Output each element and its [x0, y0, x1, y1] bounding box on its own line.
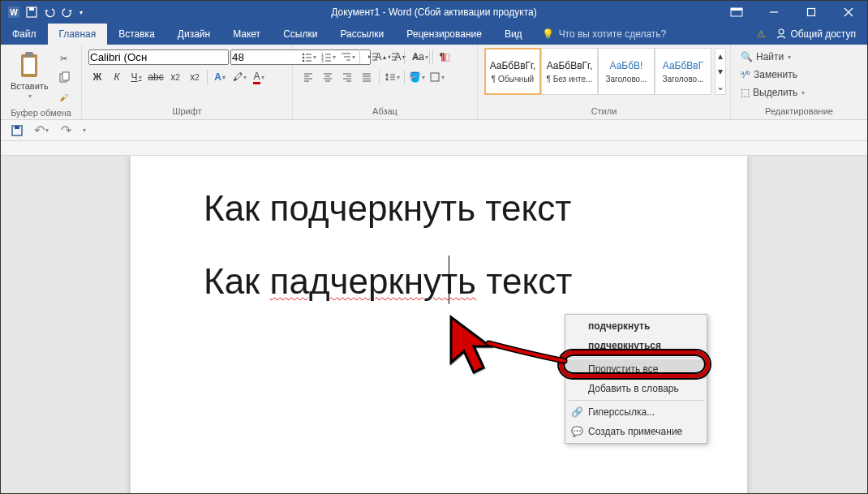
- misspelled-word[interactable]: падчеркнуть: [270, 261, 476, 301]
- justify-button[interactable]: [358, 68, 376, 86]
- comment-icon: 💬: [570, 426, 583, 437]
- close-button[interactable]: [830, 1, 867, 24]
- tab-mailings[interactable]: Рассылки: [329, 24, 395, 45]
- style-gallery[interactable]: АаБбВвГг,¶ Обычный АаБбВвГг,¶ Без инте..…: [484, 48, 711, 95]
- gallery-up-button[interactable]: ▴: [715, 49, 725, 62]
- svg-rect-60: [15, 126, 19, 129]
- gallery-more-button[interactable]: ⌄: [715, 80, 725, 94]
- font-name-combo[interactable]: [88, 49, 229, 65]
- highlight-button[interactable]: 🖍▾: [230, 68, 248, 86]
- bold-button[interactable]: Ж: [88, 68, 106, 86]
- style-normal[interactable]: АаБбВвГг,¶ Обычный: [484, 48, 541, 95]
- minimize-button[interactable]: [755, 1, 793, 24]
- format-painter-button[interactable]: 🖌: [55, 88, 73, 106]
- replace-button[interactable]: ᵃ⁄ᵇЗаменить: [737, 66, 808, 84]
- numbering-button[interactable]: 123▾: [319, 48, 337, 66]
- qat-redo-button[interactable]: ↷: [58, 122, 74, 139]
- superscript-button[interactable]: x2: [186, 68, 204, 86]
- brush-icon: 🖌: [59, 92, 68, 102]
- multilevel-list-button[interactable]: ▾: [338, 48, 356, 66]
- qat-customize-icon[interactable]: ▾: [83, 127, 86, 134]
- qat-undo-button[interactable]: ↶ ▾: [33, 122, 49, 139]
- increase-indent-button[interactable]: [383, 48, 401, 66]
- shading-button[interactable]: 🪣▾: [408, 68, 426, 86]
- maximize-button[interactable]: [793, 1, 830, 24]
- tell-me-box[interactable]: 💡 Что вы хотите сделать?: [542, 24, 667, 45]
- tab-home[interactable]: Главная: [48, 24, 108, 45]
- lightbulb-icon: 💡: [542, 28, 554, 40]
- doc-line-2[interactable]: Как падчеркнуть текст: [204, 261, 572, 302]
- qat-more-icon[interactable]: ▾: [79, 9, 83, 16]
- svg-point-19: [302, 57, 304, 59]
- redo-icon[interactable]: [61, 6, 74, 19]
- tab-view[interactable]: Вид: [493, 24, 534, 45]
- save-icon[interactable]: [25, 6, 38, 19]
- scissors-icon: ✂: [60, 54, 67, 64]
- align-center-button[interactable]: [319, 68, 337, 86]
- select-button[interactable]: ⬚Выделить▾: [737, 84, 808, 101]
- sort-button[interactable]: A↓: [408, 48, 426, 66]
- add-to-dictionary-item[interactable]: Добавить в словарь: [565, 379, 707, 398]
- bullets-button[interactable]: ▾: [299, 48, 317, 66]
- style-heading2[interactable]: АаБбВвГЗаголово...: [655, 48, 711, 95]
- title-bar: W ▾ Документ1 - Word (Сбой активации про…: [1, 1, 867, 24]
- doc-line-2-suffix: текст: [476, 261, 572, 301]
- activation-warning-icon[interactable]: ⚠: [757, 28, 766, 40]
- underline-button[interactable]: Ч▾: [127, 68, 145, 86]
- italic-button[interactable]: К: [108, 68, 126, 86]
- group-styles: АаБбВвГг,¶ Обычный АаБбВвГг,¶ Без инте..…: [478, 45, 731, 119]
- doc-line-2-prefix: Как: [204, 261, 270, 301]
- decrease-indent-button[interactable]: [363, 48, 381, 66]
- style-heading1[interactable]: АаБбВ!Заголово...: [598, 48, 655, 95]
- quick-access-row: ↶ ▾ ↷ ▾: [1, 120, 867, 141]
- align-right-button[interactable]: [338, 68, 356, 86]
- copy-button[interactable]: [55, 69, 73, 87]
- svg-point-21: [302, 60, 304, 62]
- tab-file[interactable]: Файл: [1, 24, 48, 45]
- qat-save-button[interactable]: [9, 122, 25, 139]
- person-icon: [776, 28, 787, 41]
- svg-text:3: 3: [321, 58, 324, 63]
- group-editing: 🔍Найти▾ ᵃ⁄ᵇЗаменить ⬚Выделить▾ Редактиро…: [731, 45, 867, 119]
- group-font: A▲ A▼ Aa▾ ◧ Ж К Ч▾ abc x2 x2 A▾ 🖍▾ A▾: [82, 45, 293, 119]
- borders-button[interactable]: ▾: [428, 68, 445, 86]
- paste-button[interactable]: Вставить ▾: [7, 48, 52, 101]
- suggestion-2[interactable]: подчеркнуться: [565, 336, 707, 355]
- tab-layout[interactable]: Макет: [221, 24, 272, 45]
- menu-separator: [569, 400, 703, 401]
- tab-references[interactable]: Ссылки: [272, 24, 329, 45]
- horizontal-ruler[interactable]: [1, 141, 867, 156]
- undo-icon[interactable]: [43, 6, 56, 19]
- tab-design[interactable]: Дизайн: [166, 24, 221, 45]
- cut-button[interactable]: ✂: [55, 49, 73, 67]
- menu-separator: [569, 357, 703, 358]
- ribbon-display-options-button[interactable]: [718, 1, 755, 24]
- spelling-context-menu: подчеркнуть подчеркнуться Пропустить все…: [565, 314, 707, 444]
- ribbon: Вставить ▾ ✂ 🖌 Буфер обмена A▲ A▼ Aa▾: [1, 45, 867, 120]
- suggestion-1[interactable]: подчеркнуть: [565, 316, 707, 336]
- link-icon: 🔗: [570, 406, 583, 418]
- tab-review[interactable]: Рецензирование: [395, 24, 493, 45]
- new-comment-item[interactable]: 💬Создать примечание: [565, 422, 707, 441]
- line-spacing-button[interactable]: ▾: [383, 68, 401, 86]
- highlighter-icon: 🖍: [233, 71, 243, 83]
- paste-label: Вставить: [11, 81, 49, 91]
- hyperlink-item[interactable]: 🔗Гиперссылка...: [565, 402, 707, 422]
- align-left-button[interactable]: [299, 68, 317, 86]
- subscript-button[interactable]: x2: [166, 68, 184, 86]
- strikethrough-button[interactable]: abc: [147, 68, 165, 86]
- gallery-down-button[interactable]: ▾: [715, 64, 725, 78]
- tab-insert[interactable]: Вставка: [107, 24, 166, 45]
- find-button[interactable]: 🔍Найти▾: [737, 48, 808, 66]
- window-title: Документ1 - Word (Сбой активации продукт…: [331, 6, 536, 18]
- share-button[interactable]: Общий доступ: [776, 28, 856, 41]
- style-no-spacing[interactable]: АаБбВвГг,¶ Без инте...: [541, 48, 598, 95]
- text-effects-button[interactable]: A▾: [211, 68, 229, 86]
- group-label-styles: Стили: [484, 105, 724, 118]
- svg-rect-13: [24, 58, 35, 74]
- ignore-all-item[interactable]: Пропустить все: [565, 359, 707, 379]
- group-label-font: Шрифт: [88, 105, 286, 118]
- doc-line-1[interactable]: Как подчеркнуть текст: [204, 188, 571, 229]
- font-color-button[interactable]: A▾: [250, 68, 268, 86]
- show-marks-button[interactable]: ¶: [433, 48, 451, 66]
